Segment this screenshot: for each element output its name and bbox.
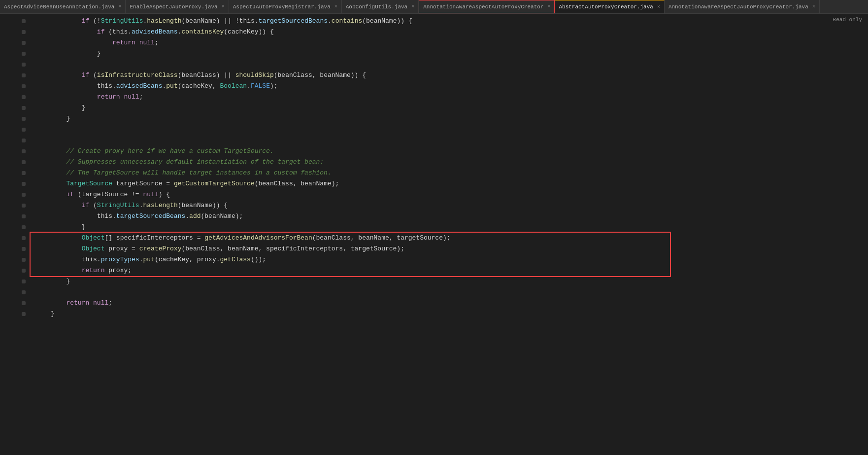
code-line: if (StringUtils.hasLength(beanName)) { <box>30 200 868 211</box>
code-token: // Create proxy here if we have a custom… <box>66 146 273 157</box>
code-token: isInfrastructureClass <box>97 70 178 81</box>
code-token: Object <box>82 244 105 254</box>
tab-close-icon[interactable]: × <box>334 4 337 9</box>
code-token: (this. <box>104 27 132 37</box>
tab-tab2[interactable]: EnableAspectJAutoProxy.java× <box>126 0 229 13</box>
code-token: (beanClass, beanName); <box>255 178 339 189</box>
gutter-line <box>0 146 30 157</box>
code-token: (beanClass, beanName)) { <box>274 70 366 81</box>
code-token: (cacheKey, <box>178 81 220 92</box>
code-token: } <box>66 276 70 287</box>
gutter-dot <box>22 214 26 218</box>
tab-tab4[interactable]: AopConfigUtils.java× <box>342 0 419 13</box>
code-token: (beanClass) <box>178 70 224 81</box>
code-line: Object proxy = createProxy(beanClass, be… <box>30 244 868 254</box>
code-editor[interactable]: Read-only if (!StringUtils.hasLength(bea… <box>30 14 868 455</box>
gutter-line <box>0 265 30 276</box>
code-token: if <box>82 16 90 27</box>
code-token: != <box>132 189 139 200</box>
code-token: add <box>189 211 200 222</box>
code-token: null <box>139 37 155 48</box>
code-token: } <box>82 222 86 233</box>
code-line <box>30 124 868 135</box>
gutter-line <box>0 27 30 37</box>
tab-close-icon[interactable]: × <box>222 4 225 9</box>
editor-area: Read-only if (!StringUtils.hasLength(bea… <box>0 14 868 455</box>
code-token: proxy = <box>104 244 139 254</box>
code-line <box>30 59 868 70</box>
tab-bar: AspectAdviceBeanUseAnnotation.java×Enabl… <box>0 0 868 14</box>
gutter-line <box>0 222 30 233</box>
code-token: getCustomTargetSource <box>174 178 255 189</box>
gutter-line <box>0 16 30 27</box>
code-token: (beanName) <box>182 16 224 27</box>
code-token: null <box>124 92 139 103</box>
tab-tab1[interactable]: AspectAdviceBeanUseAnnotation.java× <box>0 0 126 13</box>
code-token: hasLength <box>147 16 181 27</box>
gutter-line <box>0 178 30 189</box>
code-line: } <box>30 48 868 59</box>
code-line: this.targetSourcedBeans.add(beanName); <box>30 211 868 222</box>
code-token: || <box>224 16 232 27</box>
gutter-dot <box>22 30 26 34</box>
gutter-dot <box>22 19 26 23</box>
tab-tab7[interactable]: AnnotationAwareAspectJAutoProxyCreator.j… <box>665 0 820 13</box>
tab-label: EnableAspectJAutoProxy.java <box>130 4 217 10</box>
tab-close-icon[interactable]: × <box>547 4 550 9</box>
gutter-line <box>0 298 30 309</box>
code-line <box>30 135 868 146</box>
code-token: . <box>185 211 189 222</box>
gutter-dot <box>22 258 26 262</box>
code-token: FALSE <box>251 81 270 92</box>
gutter-line <box>0 309 30 319</box>
tab-close-icon[interactable]: × <box>657 4 660 10</box>
code-token: . <box>139 200 143 211</box>
code-token: this. <box>82 254 101 265</box>
gutter-line <box>0 157 30 168</box>
code-token: ( <box>89 70 97 81</box>
code-token: (cacheKey)) { <box>224 27 273 37</box>
code-token: this. <box>239 16 259 27</box>
gutter-line <box>0 276 30 287</box>
code-token: proxy; <box>104 265 132 276</box>
code-token: . <box>247 81 251 92</box>
code-token: ! <box>235 16 239 27</box>
gutter-dot <box>22 280 26 283</box>
code-token: ()); <box>251 254 266 265</box>
tab-tab6[interactable]: AbstractAutoProxyCreator.java× <box>555 0 664 13</box>
gutter-line <box>0 124 30 135</box>
code-token: ; <box>108 298 112 309</box>
gutter-dot <box>22 269 26 273</box>
tab-tab3[interactable]: AspectJAutoProxyRegistrar.java× <box>229 0 342 13</box>
code-token: this. <box>97 81 116 92</box>
code-token: return <box>112 37 135 48</box>
tab-close-icon[interactable]: × <box>812 4 815 9</box>
code-token: createProxy <box>139 244 182 254</box>
code-line: return null; <box>30 298 868 309</box>
code-token: advisedBeans <box>132 27 178 37</box>
code-token: TargetSource <box>66 178 112 189</box>
code-token: } <box>97 48 101 59</box>
code-token: } <box>82 103 86 113</box>
code-token: this. <box>97 211 116 222</box>
code-token: StringUtils <box>97 200 139 211</box>
code-token: . <box>143 16 147 27</box>
tab-close-icon[interactable]: × <box>118 4 121 9</box>
code-token: (beanClass, beanName, specificIntercepto… <box>181 244 404 254</box>
code-token: (beanClass, beanName, targetSource); <box>312 233 451 244</box>
tab-tab5[interactable]: AnnotationAwareAspectAutoProxyCreator× <box>419 0 555 13</box>
code-token: ); <box>270 81 278 92</box>
gutter-line <box>0 92 30 103</box>
code-token: . <box>139 254 143 265</box>
tab-close-icon[interactable]: × <box>411 4 414 9</box>
code-token: [] specificInterceptors = <box>104 233 204 244</box>
code-line: return proxy; <box>30 265 868 276</box>
gutter-line <box>0 70 30 81</box>
code-token: put <box>143 254 154 265</box>
code-line: if (isInfrastructureClass(beanClass) || … <box>30 70 868 81</box>
gutter-line <box>0 233 30 244</box>
code-token: (beanName)) { <box>178 200 228 211</box>
gutter-dot <box>22 63 26 67</box>
code-token <box>135 37 139 48</box>
code-token: // The TargetSource will handle target i… <box>66 168 331 178</box>
